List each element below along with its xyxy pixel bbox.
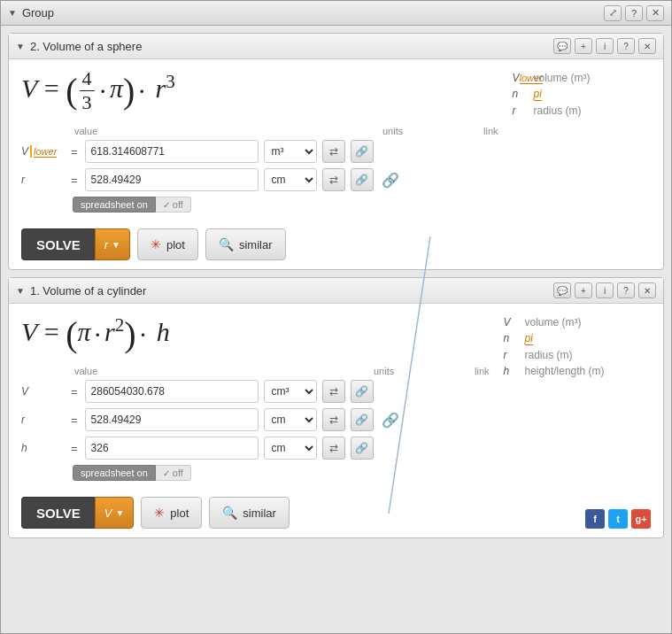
cylinder-action-bar: SOLVE V ▼ ✳ plot 🔍 similar — [9, 490, 663, 537]
cylinder-r-link-btn[interactable]: 🔗 — [351, 408, 374, 431]
sphere-r-label: r — [21, 174, 25, 186]
panel-sphere-formula-area: V = (43·π)· r3 value units link Vlower — [21, 68, 498, 213]
sphere-similar-icon: 🔍 — [219, 237, 234, 251]
panel-cylinder-info-btn[interactable]: i — [596, 282, 614, 298]
sphere-r-equals: = — [71, 174, 78, 187]
cylinder-legend-h-desc: height/length (m) — [525, 365, 605, 377]
sphere-r-units[interactable]: cm — [264, 168, 317, 191]
resize-button[interactable]: ⤢ — [604, 5, 622, 21]
cylinder-r-unit-swap[interactable]: ⇄ — [322, 408, 345, 431]
cylinder-legend-n-var: n — [504, 332, 518, 344]
cylinder-r-external-link[interactable]: 🔗 — [379, 408, 402, 431]
cylinder-formula: V = (π·r2)· h — [21, 313, 490, 353]
sphere-v-lower-link[interactable]: lower — [34, 146, 57, 158]
cylinder-v-var: V — [21, 385, 66, 398]
panel-sphere-close-btn[interactable]: ✕ — [638, 38, 656, 54]
googleplus-btn[interactable]: g+ — [631, 509, 651, 529]
cylinder-value-col-label: value — [74, 366, 251, 376]
sphere-action-bar: SOLVE r ▼ ✳ plot 🔍 similar — [9, 221, 663, 269]
sphere-v-bar — [30, 145, 32, 158]
sphere-r-unit-swap[interactable]: ⇄ — [322, 168, 345, 191]
panel-cylinder-comment-btn[interactable]: 💬 — [553, 282, 571, 298]
panel-cylinder-add-btn[interactable]: + — [575, 282, 592, 298]
cylinder-r-row: r = cm ⇄ 🔗 🔗 — [21, 408, 490, 431]
cylinder-legend-r-desc: radius (m) — [525, 349, 573, 361]
sphere-solve-label: SOLVE — [21, 228, 95, 260]
sphere-v-input[interactable] — [85, 140, 259, 163]
cylinder-plot-btn[interactable]: ✳ plot — [141, 497, 202, 529]
panel-cylinder-help-btn[interactable]: ? — [617, 282, 635, 298]
panel-sphere: ▼ 2. Volume of a sphere 💬 + i ? ✕ — [8, 33, 664, 270]
sphere-r-link-btn[interactable]: 🔗 — [351, 168, 374, 191]
sphere-value-col-label: value — [74, 126, 251, 136]
cylinder-h-var: h — [21, 442, 66, 454]
cylinder-h-label: h — [21, 442, 27, 454]
sphere-r-external-link[interactable]: 🔗 — [379, 168, 402, 191]
cylinder-legend: V volume (m³) n pi r radius (m) h — [504, 313, 651, 481]
cylinder-inputs-header: value units link — [21, 366, 490, 376]
cylinder-r-input[interactable] — [85, 408, 259, 431]
sphere-similar-label: similar — [239, 238, 273, 251]
sphere-legend-pi-link[interactable]: pi — [534, 88, 542, 101]
cylinder-v-input[interactable] — [85, 380, 259, 403]
sphere-units-col-label: units — [382, 126, 444, 136]
cylinder-solve-var[interactable]: V ▼ — [95, 497, 135, 529]
cylinder-h-input[interactable] — [85, 437, 259, 460]
cylinder-legend-n-row: n pi — [504, 332, 651, 345]
cylinder-r-units[interactable]: cm — [264, 408, 317, 431]
sphere-v-equals: = — [71, 145, 78, 158]
sphere-toggle-off[interactable]: ✓ off — [156, 197, 191, 213]
cylinder-h-equals: = — [71, 442, 78, 455]
sphere-toggle-on[interactable]: spreadsheet on — [73, 197, 156, 213]
sphere-v-row: Vlower = m³ ⇄ 🔗 — [21, 140, 498, 163]
panel-cylinder-close-btn[interactable]: ✕ — [638, 282, 656, 298]
cylinder-legend-pi-link[interactable]: pi — [525, 332, 533, 345]
title-bar-controls: ⤢ ? ✕ — [604, 5, 664, 21]
cylinder-v-link-btn[interactable]: 🔗 — [351, 380, 374, 403]
close-button[interactable]: ✕ — [646, 5, 664, 21]
panel-sphere-add-btn[interactable]: + — [575, 38, 592, 54]
sphere-inputs-header: value units link — [21, 126, 498, 136]
sphere-v-unit-swap[interactable]: ⇄ — [322, 140, 345, 163]
cylinder-h-units[interactable]: cm — [264, 437, 317, 460]
panel-sphere-controls: 💬 + i ? ✕ — [553, 38, 656, 54]
cylinder-toggle-on[interactable]: spreadsheet on — [73, 465, 156, 481]
cylinder-solve-label: SOLVE — [21, 497, 95, 529]
cylinder-spreadsheet-toggle: spreadsheet on ✓ off — [73, 465, 490, 481]
cylinder-v-row: V = cm³ ⇄ 🔗 — [21, 380, 490, 403]
cylinder-solve-btn[interactable]: SOLVE V ▼ — [21, 497, 134, 529]
sphere-similar-btn[interactable]: 🔍 similar — [205, 228, 286, 260]
panel-cylinder-header-left: ▼ 1. Volume of a cylinder — [16, 284, 146, 298]
sphere-v-var: Vlower — [21, 145, 66, 158]
cylinder-plot-icon: ✳ — [154, 506, 165, 520]
sphere-r-input[interactable] — [85, 168, 259, 191]
title-bar: ▼ Group ⤢ ? ✕ — [1, 1, 671, 26]
panel-sphere-info-btn[interactable]: i — [596, 38, 614, 54]
sphere-solve-btn[interactable]: SOLVE r ▼ — [21, 228, 130, 260]
help-button[interactable]: ? — [625, 5, 643, 21]
panel-sphere-comment-btn[interactable]: 💬 — [553, 38, 571, 54]
sphere-plot-btn[interactable]: ✳ plot — [137, 228, 198, 260]
sphere-solve-var[interactable]: r ▼ — [95, 228, 130, 260]
sphere-formula: V = (43·π)· r3 — [21, 68, 498, 113]
title-bar-arrow[interactable]: ▼ — [8, 8, 17, 18]
cylinder-link-col-label: link — [475, 366, 490, 376]
cylinder-toggle-off[interactable]: ✓ off — [156, 465, 191, 481]
cylinder-r-label: r — [21, 414, 25, 426]
cylinder-v-unit-swap[interactable]: ⇄ — [322, 380, 345, 403]
cylinder-h-unit-swap[interactable]: ⇄ — [322, 437, 345, 460]
cylinder-h-link-btn[interactable]: 🔗 — [351, 437, 374, 460]
cylinder-legend-h-var: h — [504, 365, 518, 377]
cylinder-similar-btn[interactable]: 🔍 similar — [209, 497, 290, 529]
panel-sphere-help-btn[interactable]: ? — [617, 38, 635, 54]
title-bar-title: Group — [22, 6, 54, 19]
sphere-solve-var-text: r — [104, 238, 108, 251]
cylinder-legend-r-row: r radius (m) — [504, 349, 651, 361]
sphere-v-units[interactable]: m³ — [264, 140, 317, 163]
sphere-v-link-btn[interactable]: 🔗 — [351, 140, 374, 163]
panel-sphere-arrow[interactable]: ▼ — [16, 42, 25, 51]
panel-cylinder-arrow[interactable]: ▼ — [16, 286, 25, 296]
cylinder-v-units[interactable]: cm³ — [264, 380, 317, 403]
twitter-btn[interactable]: t — [608, 509, 628, 529]
facebook-btn[interactable]: f — [585, 509, 605, 529]
